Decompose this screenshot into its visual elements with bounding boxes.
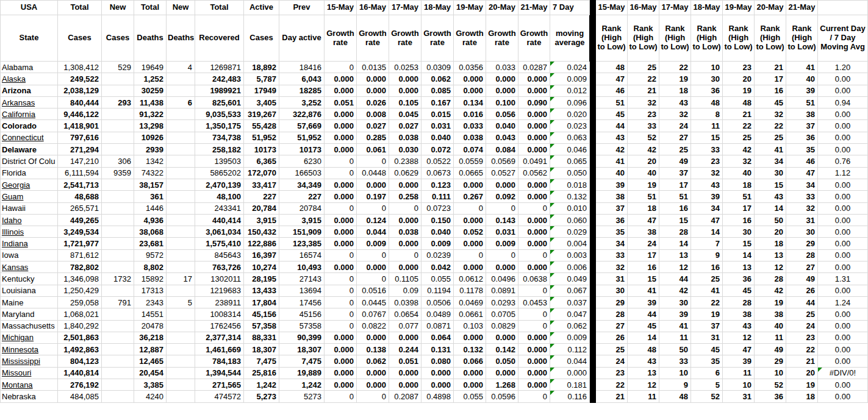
rank-cell[interactable]: 15 [723, 238, 755, 249]
moving-avg-cell[interactable]: 0.047 [550, 308, 590, 320]
new-cases-cell[interactable] [102, 391, 134, 402]
rank-cell[interactable]: 40 [755, 320, 786, 332]
moving-avg-cell[interactable]: 0.063 [550, 132, 590, 143]
new-cases-cell[interactable] [102, 202, 134, 214]
active-cell[interactable]: 122,886 [244, 238, 279, 249]
rank-cell[interactable]: 11 [723, 367, 755, 379]
new-deaths-cell[interactable] [167, 262, 195, 273]
deaths-cell[interactable]: 361 [134, 191, 167, 202]
growth-rate-cell[interactable]: 0.000 [486, 179, 518, 190]
ratio-cell[interactable]: 0.00 [818, 132, 868, 143]
growth-rate-cell[interactable]: 0.030 [389, 144, 421, 155]
cases-cell[interactable]: 6,111,594 [58, 167, 102, 179]
ratio-cell[interactable]: 0.00 [818, 85, 868, 96]
rank-cell[interactable]: 31 [723, 391, 755, 402]
rank-cell[interactable]: 29 [786, 238, 818, 249]
growth-rate-cell[interactable]: 0.031 [486, 226, 518, 238]
growth-rate-cell[interactable]: 0.0673 [421, 167, 454, 179]
growth-rate-cell[interactable]: 0.0287 [518, 62, 550, 73]
rank-cell[interactable]: 52 [628, 132, 659, 143]
ratio-cell[interactable]: 0.00 [818, 344, 868, 355]
rank-cell[interactable]: 13 [723, 262, 755, 273]
growth-rate-cell[interactable]: 0.090 [518, 96, 550, 108]
rank-cell[interactable]: 25 [659, 144, 691, 155]
growth-rate-cell[interactable]: 0 [325, 62, 357, 73]
growth-rate-cell[interactable]: 0 [325, 155, 357, 167]
rank-cell[interactable]: 29 [755, 355, 786, 367]
new-cases-cell[interactable] [102, 355, 134, 367]
rank-cell[interactable]: 34 [691, 202, 723, 214]
growth-rate-cell[interactable]: 0.000 [518, 109, 550, 120]
rank-cell[interactable]: 10 [659, 367, 691, 379]
rank-cell[interactable]: 44 [659, 273, 691, 285]
growth-rate-cell[interactable]: 0.000 [454, 379, 486, 391]
rank-cell[interactable]: 22 [723, 120, 755, 132]
growth-rate-cell[interactable]: 0.0239 [421, 249, 454, 261]
column-header-growth2-line2[interactable]: Growth rate [389, 15, 421, 62]
rank-cell[interactable]: 42 [755, 285, 786, 296]
column-header-moving_avg-line2[interactable]: moving average [550, 15, 590, 62]
prev-cell[interactable]: 7,475 [279, 355, 325, 367]
growth-rate-cell[interactable]: 0 [486, 249, 518, 261]
growth-rate-cell[interactable]: 0.000 [389, 379, 421, 391]
growth-rate-cell[interactable]: 0 [518, 320, 550, 332]
deaths-cell[interactable]: 2343 [134, 296, 167, 308]
rank-cell[interactable]: 27 [786, 262, 818, 273]
rank-cell[interactable]: 11 [659, 332, 691, 343]
recovered-cell[interactable]: 2,377,314 [195, 332, 244, 343]
rank-cell[interactable]: 30 [659, 296, 691, 308]
rank-cell[interactable]: 12 [628, 379, 659, 391]
new-cases-cell[interactable]: 529 [102, 62, 134, 73]
growth-rate-cell[interactable]: 0 [325, 285, 357, 296]
deaths-cell[interactable]: 12,887 [134, 344, 167, 355]
deaths-cell[interactable]: 23,681 [134, 238, 167, 249]
recovered-cell[interactable]: 9,035,533 [195, 109, 244, 120]
growth-rate-cell[interactable]: 0.000 [325, 179, 357, 190]
growth-rate-cell[interactable]: 0.031 [421, 120, 454, 132]
rank-cell[interactable]: 24 [628, 238, 659, 249]
growth-rate-cell[interactable]: 0 [357, 249, 389, 261]
prev-cell[interactable]: 6230 [279, 155, 325, 167]
moving-avg-cell[interactable]: 0.096 [550, 96, 590, 108]
rank-cell[interactable]: 23 [691, 155, 723, 167]
rank-cell[interactable]: 11 [755, 332, 786, 343]
deaths-cell[interactable]: 15892 [134, 273, 167, 285]
rank-cell[interactable]: 45 [628, 320, 659, 332]
state-cell[interactable]: Iowa [1, 249, 58, 261]
growth-rate-cell[interactable]: 0 [325, 308, 357, 320]
rank-cell[interactable]: 21 [786, 355, 818, 367]
growth-rate-cell[interactable]: 0.052 [454, 226, 486, 238]
prev-cell[interactable]: 19,889 [279, 367, 325, 379]
growth-rate-cell[interactable]: 0.051 [325, 96, 357, 108]
column-header-state-line1[interactable]: USA [1, 1, 58, 15]
deaths-cell[interactable]: 13,298 [134, 120, 167, 132]
cases-cell[interactable]: 1,308,412 [58, 62, 102, 73]
moving-avg-cell[interactable]: 0.046 [550, 144, 590, 155]
column-header-growth5-line2[interactable]: Growth rate [486, 15, 518, 62]
growth-rate-cell[interactable]: 0.111 [421, 191, 454, 202]
rank-cell[interactable]: 18 [786, 391, 818, 402]
growth-rate-cell[interactable]: 0.038 [389, 132, 421, 143]
rank-cell[interactable]: 37 [691, 320, 723, 332]
growth-rate-cell[interactable]: 0.000 [389, 73, 421, 85]
column-header-growth6-line1[interactable]: 21-May [518, 1, 550, 15]
new-cases-cell[interactable] [102, 132, 134, 143]
growth-rate-cell[interactable]: 0.084 [486, 144, 518, 155]
recovered-cell[interactable]: 242,483 [195, 73, 244, 85]
active-cell[interactable]: 18,892 [244, 62, 279, 73]
column-header-growth3-line2[interactable]: Growth rate [421, 15, 454, 62]
state-cell[interactable]: Maryland [1, 308, 58, 320]
state-cell[interactable]: Massachusetts [1, 320, 58, 332]
column-header-rank0-line1[interactable]: 15-May [596, 1, 628, 15]
growth-rate-cell[interactable]: 0.064 [421, 332, 454, 343]
growth-rate-cell[interactable]: 0.0723 [421, 202, 454, 214]
deaths-cell[interactable]: 30259 [134, 85, 167, 96]
growth-rate-cell[interactable]: 0.033 [486, 62, 518, 73]
column-header-recovered-line1[interactable]: Total [195, 1, 244, 15]
moving-avg-cell[interactable]: 0.018 [550, 179, 590, 190]
rank-cell[interactable]: 41 [755, 144, 786, 155]
growth-rate-cell[interactable]: 0.285 [357, 132, 389, 143]
moving-avg-cell[interactable]: 0.006 [550, 262, 590, 273]
recovered-cell[interactable]: 1762456 [195, 320, 244, 332]
rank-cell[interactable]: 44 [628, 308, 659, 320]
